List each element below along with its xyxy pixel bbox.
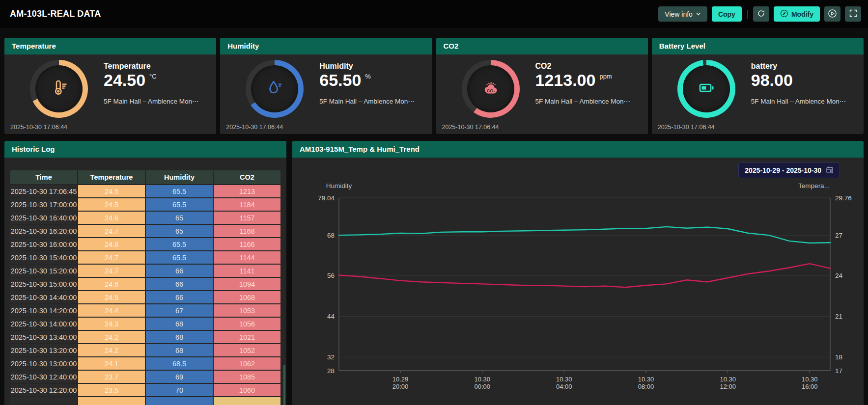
cell-co2: 1060 [214,384,280,396]
cell-time: 2025-10-30 13:40:00 [10,331,77,343]
gauge-card-humidity: Humidity Humidity 65.50 % 5F Main Hall –… [220,38,432,134]
cell-co2: 1068 [214,291,280,303]
table-row: 2025-10-30 12:40:00 23.7 69 1085 [10,371,280,383]
gauge-name: battery [751,62,846,71]
gauge-card-battery: Battery Level battery 98.00 5F Main Hall… [652,38,864,134]
cell-time: 2025-10-30 16:40:00 [10,212,77,224]
temperature-gauge-ring [30,60,88,118]
gauge-timestamp: 2025-10-30 17:06:44 [658,124,715,131]
toolbar-divider [747,10,748,19]
battery-icon [696,78,717,100]
cell-humidity: 68 [146,318,213,330]
modify-button[interactable]: Modify [774,6,820,22]
cell-co2 [214,397,280,405]
cell-humidity: 68 [146,344,213,356]
trend-line-chart: 79.04685644322829.762724211817HumidityTe… [292,158,862,392]
svg-text:56: 56 [327,272,335,279]
svg-text:79.04: 79.04 [318,194,335,202]
cell-time: 2025-10-30 13:20:00 [10,344,77,356]
cell-temperature [78,397,145,405]
date-range-value: 2025-10-29 - 2025-10-30 [745,166,821,174]
co2-icon: CO₂ [480,78,501,100]
cell-humidity: 66 [146,278,213,290]
table-scrollbar-thumb[interactable] [283,365,285,405]
date-range-picker[interactable]: 2025-10-29 - 2025-10-30 [738,162,840,178]
refresh-button[interactable] [753,6,769,22]
gauge-value: 65.50 [319,72,361,89]
svg-text:68: 68 [327,232,335,239]
thermometer-icon [49,78,69,100]
svg-text:21: 21 [835,313,842,320]
table-row: 2025-10-30 13:20:00 24.2 68 1052 [10,344,280,356]
cell-humidity: 65.5 [146,185,213,197]
svg-text:10.3008:00: 10.3008:00 [638,376,654,390]
cell-humidity: 68.5 [146,357,213,370]
cell-co2: 1141 [214,265,280,277]
trend-chart-title: AM103-915M_Temp & Humi_Trend [292,141,864,158]
gauge-timestamp: 2025-10-30 17:06:44 [226,124,283,131]
gauge-value: 24.50 [104,72,145,89]
humidity-gauge-ring [246,60,304,118]
table-row: 2025-10-30 15:40:00 24.7 65.5 1144 [10,251,280,264]
table-row: 2025-10-30 15:00:00 24.6 66 1094 [10,278,280,290]
svg-text:10.3000:00: 10.3000:00 [474,376,490,390]
table-row: 2025-10-30 15:20:00 24.7 66 1141 [10,265,280,277]
table-row: 2025-10-30 12:20:00 23.5 70 1060 [10,384,280,396]
button-label: Modify [791,10,813,18]
gauge-name: Temperature [104,62,199,71]
cell-humidity: 65.5 [146,238,213,250]
svg-text:17: 17 [835,367,842,375]
fullscreen-button[interactable] [845,6,861,22]
table-row: 2025-10-30 14:20:00 24.4 67 1053 [10,304,280,317]
gauge-location: 5F Main Hall – Ambience Mon⋯ [319,97,415,105]
trend-chart-area: 2025-10-29 - 2025-10-30 79.0468564432282… [292,158,864,392]
refresh-icon [757,9,765,19]
gauge-unit: % [365,73,371,80]
page-title: AM-103L-REAL DATA [10,9,101,19]
gauge-card-title: Temperature [4,38,216,54]
play-button[interactable] [824,6,840,22]
table-row: 2025-10-30 16:00:00 24.8 65.5 1166 [10,238,280,250]
cell-humidity [146,397,213,405]
gauge-card-temperature: Temperature Temperature 24.50 °C 5F Main… [4,38,216,134]
cell-temperature: 24.8 [78,238,145,250]
cell-temperature: 24.2 [78,331,145,343]
table-row: 2025-10-30 17:00:00 24.5 65.5 1184 [10,198,280,211]
cell-temperature: 24.1 [78,357,145,370]
cell-temperature: 24.2 [78,344,145,356]
cell-time: 2025-10-30 15:20:00 [10,265,77,277]
toolbar-actions: View infoCopyModify [658,6,861,22]
cell-co2: 1166 [214,238,280,250]
gauge-name: Humidity [319,62,415,71]
svg-text:CO₂: CO₂ [486,88,495,93]
cell-temperature: 24.3 [78,318,145,330]
gauge-card-title: Humidity [220,38,432,54]
cell-co2: 1144 [214,251,280,264]
cell-time: 2025-10-30 16:00:00 [10,238,77,250]
historic-log-header-row: TimeTemperatureHumidityCO2 [10,170,280,184]
svg-text:29.76: 29.76 [835,194,852,202]
top-bar: AM-103L-REAL DATA View infoCopyModify [0,0,868,28]
cell-co2: 1062 [214,357,280,370]
dashboard: Temperature Temperature 24.50 °C 5F Main… [0,28,868,405]
cell-temperature: 23.7 [78,371,145,383]
cell-humidity: 65 [146,212,213,224]
cell-co2: 1184 [214,198,280,211]
gauge-card-title: CO2 [436,38,648,54]
cell-time: 2025-10-30 13:00:00 [10,357,77,370]
svg-text:32: 32 [327,353,335,361]
battery-gauge-ring [677,60,735,118]
svg-text:10.2920:00: 10.2920:00 [392,376,409,390]
cell-time: 2025-10-30 16:20:00 [10,225,77,237]
cell-co2: 1213 [214,185,280,197]
fullscreen-icon [849,9,857,19]
pencil-icon [780,9,788,19]
table-row: 2025-10-30 16:20:00 24.7 65 1168 [10,225,280,237]
cell-time: 2025-10-30 14:40:00 [10,291,77,303]
cell-humidity: 69 [146,371,213,383]
view-info-button[interactable]: View info [658,6,707,22]
svg-text:27: 27 [835,232,842,239]
cell-humidity: 66 [146,265,213,277]
copy-button[interactable]: Copy [712,6,742,22]
svg-text:28: 28 [327,367,335,375]
